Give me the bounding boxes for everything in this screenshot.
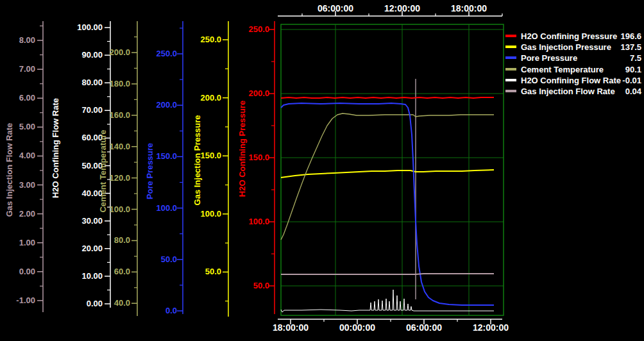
- h2o-confining-pressure-curve: [281, 97, 494, 98]
- plot-border: [281, 24, 504, 315]
- cement-temperature-curve: [281, 113, 494, 240]
- chart-plot-area: [0, 0, 644, 341]
- gas-injection-pressure-curve: [281, 170, 494, 178]
- gas-injection-flow-rate-curve: [281, 274, 494, 274]
- h2o-confining-flow-rate-curve: [281, 290, 494, 312]
- strip-chart-window: 8.007.006.005.004.003.002.001.000.00-1.0…: [0, 0, 644, 341]
